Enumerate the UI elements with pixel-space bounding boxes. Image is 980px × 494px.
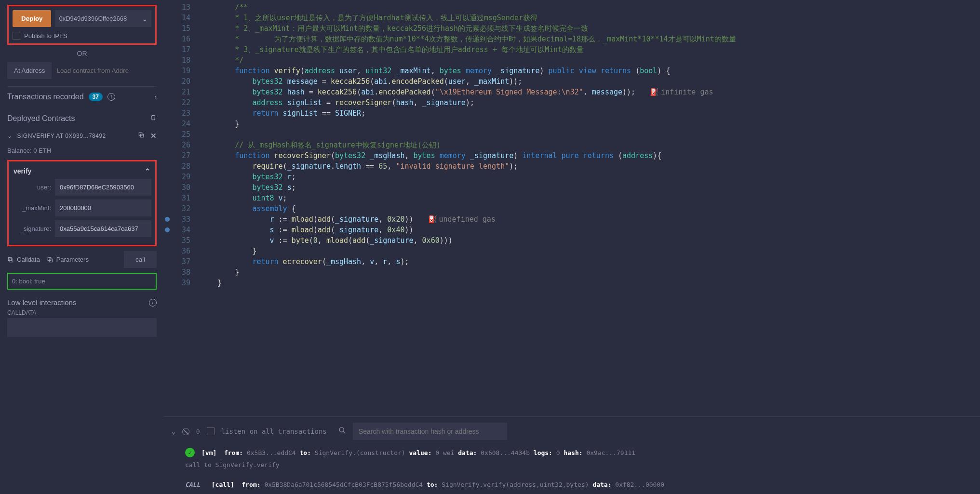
collapse-icon[interactable]: ⌃ [145,167,150,175]
line-content: } [200,119,980,129]
parameters-button[interactable]: Parameters [47,256,89,263]
breakpoint-gutter[interactable] [164,182,174,193]
terminal-collapse-icon[interactable]: ⌄ [172,428,175,435]
breakpoint-gutter[interactable] [164,87,174,97]
param-input-user[interactable] [55,179,151,196]
chevron-down-icon: ⌄ [7,133,13,139]
at-address-button[interactable]: At Address [7,62,52,79]
chevron-right-icon: › [154,93,157,101]
code-line[interactable]: 22 address signList = recoverSigner(hash… [164,97,980,108]
breakpoint-gutter[interactable] [164,119,174,129]
code-line[interactable]: 19 function verify(address user, uint32 … [164,66,980,76]
line-number: 16 [174,34,200,44]
param-input-signature[interactable] [55,220,151,237]
terminal-log-row[interactable]: ✓ [vm] from: 0x5B3...eddC4 to: SignVerif… [168,446,976,459]
code-line[interactable]: 16 * 为了方便计算，数据库中存的数值为num*10**4次方整数，传递到合约… [164,34,980,44]
main-area: 13 /**14 * 1、之所以user地址是传入，是为了方便Hardhat测试… [164,0,980,494]
verify-title: verify [13,167,31,175]
code-line[interactable]: 13 /** [164,2,980,13]
transactions-header[interactable]: Transactions recorded 37 i › [7,86,157,107]
breakpoint-gutter[interactable] [164,23,174,34]
code-line[interactable]: 14 * 1、之所以user地址是传入，是为了方便Hardhat测试传入，线上可… [164,13,980,23]
line-content: bytes32 hash = keccak256(abi.encodePacke… [200,87,980,97]
breakpoint-gutter[interactable] [164,214,174,225]
breakpoint-gutter[interactable] [164,172,174,182]
breakpoint-gutter[interactable] [164,34,174,44]
code-line[interactable]: 27 function recoverSigner(bytes32 _msgHa… [164,150,980,161]
param-input-maxmint[interactable] [55,200,151,216]
breakpoint-gutter[interactable] [164,55,174,66]
breakpoint-gutter[interactable] [164,150,174,161]
breakpoint-gutter[interactable] [164,129,174,140]
info-icon[interactable]: i [149,299,157,307]
breakpoint-gutter[interactable] [164,140,174,150]
breakpoint-gutter[interactable] [164,2,174,13]
code-line[interactable]: 24 } [164,119,980,129]
code-line[interactable]: 39 } [164,278,980,288]
breakpoint-gutter[interactable] [164,13,174,23]
code-line[interactable]: 37 return ecrecover(_msgHash, v, r, s); [164,256,980,267]
breakpoint-gutter[interactable] [164,246,174,256]
close-icon[interactable]: ✕ [150,132,157,140]
trash-icon[interactable] [150,114,157,123]
terminal-log-row[interactable]: CALL [call] from: 0x5B38Da6a701c568545dC… [168,479,976,490]
breakpoint-gutter[interactable] [164,267,174,278]
contract-name: SIGNVERIFY AT 0X939...78492 [17,133,133,139]
code-line[interactable]: 20 bytes32 message = keccak256(abi.encod… [164,76,980,87]
code-line[interactable]: 30 bytes32 s; [164,182,980,193]
calldata-input[interactable] [7,318,157,337]
code-line[interactable]: 25 [164,129,980,140]
code-line[interactable]: 23 return signList == SIGNER; [164,108,980,119]
code-line[interactable]: 28 require(_signature.length == 65, "inv… [164,161,980,172]
code-editor[interactable]: 13 /**14 * 1、之所以user地址是传入，是为了方便Hardhat测试… [164,0,980,416]
breakpoint-gutter[interactable] [164,161,174,172]
breakpoint-gutter[interactable] [164,44,174,55]
code-line[interactable]: 36 } [164,246,980,256]
deploy-button[interactable]: Deploy [13,10,51,27]
code-line[interactable]: 32 assembly { [164,203,980,214]
listen-checkbox[interactable] [207,427,215,435]
line-content: bytes32 message = keccak256(abi.encodePa… [200,76,980,87]
breakpoint-gutter[interactable] [164,193,174,203]
call-button[interactable]: call [124,251,157,268]
info-icon[interactable]: i [107,93,115,101]
line-content: return signList == SIGNER; [200,108,980,119]
code-line[interactable]: 29 bytes32 r; [164,172,980,182]
code-line[interactable]: 21 bytes32 hash = keccak256(abi.encodePa… [164,87,980,97]
code-line[interactable]: 34 s := mload(add(_signature, 0x40)) [164,225,980,235]
code-line[interactable]: 26 // 从_msgHash和签名_signature中恢复signer地址(… [164,140,980,150]
line-content: /** [200,2,980,13]
breakpoint-gutter[interactable] [164,108,174,119]
deploy-address-select[interactable]: 0xD949d9396Cffee2668 ⌄ [55,10,151,27]
svg-point-6 [339,427,344,432]
terminal-clear-icon[interactable] [182,428,189,435]
breakpoint-gutter[interactable] [164,66,174,76]
line-content: } [200,278,980,288]
breakpoint-gutter[interactable] [164,97,174,108]
breakpoint-gutter[interactable] [164,235,174,246]
line-number: 19 [174,66,200,76]
deploy-section: Deploy 0xD949d9396Cffee2668 ⌄ Publish to… [7,5,157,45]
breakpoint-gutter[interactable] [164,256,174,267]
code-line[interactable]: 33 r := mload(add(_signature, 0x20))⛽und… [164,214,980,225]
code-line[interactable]: 15 * 2、_maxMint：用户最大可以Mint的数量，keccak256进… [164,23,980,34]
code-line[interactable]: 35 v := byte(0, mload(add(_signature, 0x… [164,235,980,246]
code-line[interactable]: 38 } [164,267,980,278]
at-address-input[interactable] [52,62,157,79]
code-line[interactable]: 17 * 3、_signature就是线下生产的签名，其中包含白名单的地址用户a… [164,44,980,55]
breakpoint-gutter[interactable] [164,203,174,214]
publish-ipfs-checkbox[interactable] [13,32,20,40]
search-icon[interactable] [338,427,346,436]
breakpoint-gutter[interactable] [164,278,174,288]
copy-icon[interactable] [138,132,145,140]
contract-item[interactable]: ⌄ SIGNVERIFY AT 0X939...78492 ✕ [7,127,157,145]
terminal-log-row: call to SignVerify.verify [168,459,976,470]
breakpoint-gutter[interactable] [164,76,174,87]
code-line[interactable]: 18 */ [164,55,980,66]
terminal-search-input[interactable] [353,423,507,440]
calldata-button[interactable]: Calldata [7,256,40,263]
terminal-panel: ⌄ 0 listen on all transactions ✓ [vm] fr… [164,416,980,494]
code-line[interactable]: 31 uint8 v; [164,193,980,203]
deployed-contracts-title: Deployed Contracts [7,114,75,123]
breakpoint-gutter[interactable] [164,225,174,235]
